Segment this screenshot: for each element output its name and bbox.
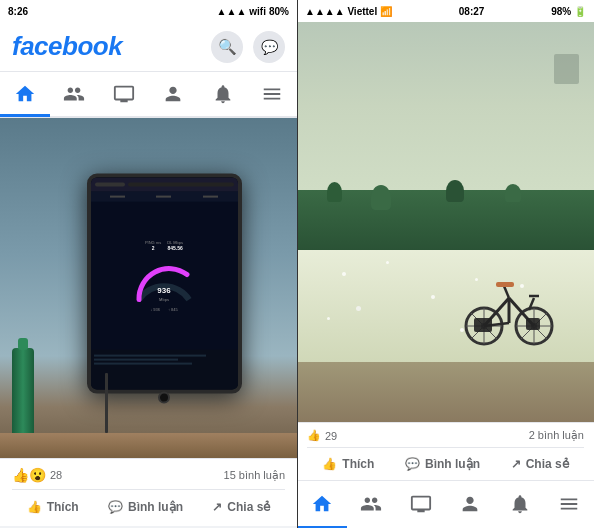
signal-icon-right: ▲▲▲▲ <box>305 6 345 17</box>
bottom-nav-friends[interactable] <box>347 482 397 528</box>
building <box>554 54 579 84</box>
comments-count-left: 15 bình luận <box>224 469 285 482</box>
search-button[interactable]: 🔍 <box>211 31 243 63</box>
bottom-nav-watch[interactable] <box>396 482 446 528</box>
svg-line-18 <box>504 286 509 298</box>
nav-bar <box>128 183 234 187</box>
upload-label: ↓ 936 <box>150 307 160 312</box>
search-icon: 🔍 <box>218 38 237 56</box>
speedtest-topbar <box>91 178 238 192</box>
tree1 <box>327 182 342 202</box>
battery-icon-right: 🔋 <box>574 6 586 17</box>
sky-area <box>297 22 594 190</box>
cable <box>105 373 108 433</box>
gauge-area: PING ms 2 DL Mbps 845.56 <box>91 202 238 350</box>
share-button-right[interactable]: ↗ Chia sẻ <box>503 453 577 475</box>
left-status-bar: 8:26 ▲▲▲ wifi 80% <box>0 0 297 22</box>
nav-notifications[interactable] <box>198 73 248 117</box>
tablet-home-btn <box>158 392 170 404</box>
bicycle-svg <box>464 268 554 348</box>
messenger-icon: 💬 <box>261 39 278 55</box>
reaction-emojis: 👍😮 <box>12 467 46 483</box>
battery-text: 80% <box>269 6 289 17</box>
reactions-number: 28 <box>50 469 62 481</box>
like-label-left: Thích <box>47 500 79 514</box>
right-reactions-count: 29 <box>325 430 337 442</box>
carrier-name: Viettel <box>347 6 377 17</box>
comment-button-left[interactable]: 💬 Bình luận <box>100 496 191 518</box>
tree2 <box>371 185 391 210</box>
tree4 <box>505 184 521 202</box>
like-button-right[interactable]: 👍 Thích <box>314 453 382 475</box>
right-carrier: ▲▲▲▲ Viettel 📶 <box>305 6 392 17</box>
share-icon-left: ↗ <box>212 500 222 514</box>
stats-row: PING ms 2 DL Mbps 845.56 <box>145 240 183 251</box>
comment-label-left: Bình luận <box>128 500 183 514</box>
address-bar <box>95 183 125 187</box>
speedometer-svg: 936 Mbps <box>129 255 199 305</box>
flower2 <box>386 261 389 264</box>
left-status-icons: ▲▲▲ wifi 80% <box>217 6 289 17</box>
tablet-frame: PING ms 2 DL Mbps 845.56 <box>87 174 242 394</box>
share-button-left[interactable]: ↗ Chia sẻ <box>204 496 278 518</box>
bottom-line3 <box>94 363 193 365</box>
wifi-icon-right: 📶 <box>380 6 392 17</box>
nav-watch[interactable] <box>99 73 149 117</box>
left-phone: 8:26 ▲▲▲ wifi 80% facebook 🔍 💬 <box>0 0 297 528</box>
svg-rect-23 <box>526 318 540 330</box>
bottom-nav-home[interactable] <box>297 482 347 528</box>
battery-pct: 98% <box>551 6 571 17</box>
trees-area <box>297 190 594 250</box>
left-header: facebook 🔍 💬 <box>0 22 297 72</box>
nav-link1 <box>110 196 125 198</box>
right-post-footer: 👍 29 2 bình luận 👍 Thích 💬 Bình luận ↗ C… <box>297 422 594 480</box>
flower5 <box>356 306 361 311</box>
nav-menu[interactable] <box>248 73 298 117</box>
nav-profile[interactable] <box>149 73 199 117</box>
comment-label-right: Bình luận <box>425 457 480 471</box>
like-icon-right: 👍 <box>322 457 337 471</box>
post-image-speedtest: PING ms 2 DL Mbps 845.56 <box>0 118 297 458</box>
action-buttons-left: 👍 Thích 💬 Bình luận ↗ Chia sẻ <box>12 489 285 518</box>
signal-icon: ▲▲▲ <box>217 6 247 17</box>
post-actions-left: 👍😮 28 15 bình luận 👍 Thích 💬 Bình luận ↗… <box>0 458 297 526</box>
right-status-bar: ▲▲▲▲ Viettel 📶 08:27 98% 🔋 <box>297 0 594 22</box>
download-stat: DL Mbps 845.56 <box>167 240 183 251</box>
bottom-line1 <box>94 355 207 357</box>
like-emoji-right: 👍 <box>307 429 321 442</box>
bottom-nav-menu[interactable] <box>545 482 595 528</box>
messenger-button[interactable]: 💬 <box>253 31 285 63</box>
right-phone: ▲▲▲▲ Viettel 📶 08:27 98% 🔋 <box>297 0 594 528</box>
speedtest-nav <box>91 192 238 202</box>
right-time: 08:27 <box>459 6 485 17</box>
share-icon-right: ↗ <box>511 457 521 471</box>
left-time: 8:26 <box>8 6 28 17</box>
flower1 <box>342 272 346 276</box>
like-button-left[interactable]: 👍 Thích <box>19 496 87 518</box>
bottom-nav-profile[interactable] <box>446 482 496 528</box>
nav-friends[interactable] <box>50 73 100 117</box>
left-nav <box>0 72 297 118</box>
right-reactions: 👍 29 <box>307 429 337 442</box>
svg-rect-22 <box>474 318 492 332</box>
speedtest-bottom <box>91 350 238 390</box>
right-battery: 98% 🔋 <box>551 6 586 17</box>
comment-icon-left: 💬 <box>108 500 123 514</box>
comment-button-right[interactable]: 💬 Bình luận <box>397 453 488 475</box>
share-label-right: Chia sẻ <box>526 457 569 471</box>
like-icon-left: 👍 <box>27 500 42 514</box>
left-time-text: 8:26 <box>8 6 28 17</box>
like-label-right: Thích <box>342 457 374 471</box>
phone-divider <box>297 0 298 528</box>
right-post-image <box>297 22 594 422</box>
upload-stats: ↓ 936 ↑ 845 <box>150 307 178 312</box>
nav-home[interactable] <box>0 73 50 117</box>
wifi-icon: wifi <box>249 6 266 17</box>
left-post-area: PING ms 2 DL Mbps 845.56 <box>0 118 297 528</box>
bottom-nav-notifications[interactable] <box>495 482 545 528</box>
flower3 <box>431 295 435 299</box>
right-comments-count: 2 bình luận <box>529 429 584 442</box>
post-stats-left: 👍😮 28 15 bình luận <box>12 467 285 483</box>
path-road <box>297 362 594 422</box>
bottle <box>12 348 34 438</box>
